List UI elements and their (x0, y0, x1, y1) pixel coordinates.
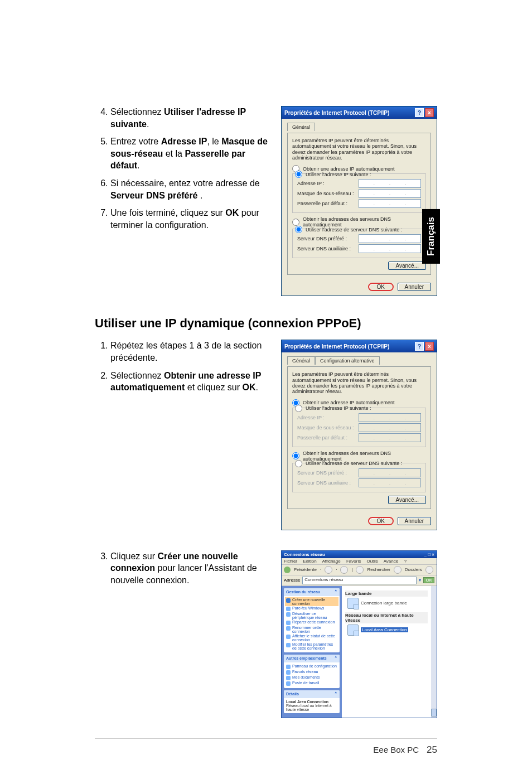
other-my-computer[interactable]: Poste de travail (286, 681, 337, 686)
forward-icon[interactable] (325, 566, 332, 574)
chevron-up-icon[interactable]: ˄ (335, 656, 337, 661)
radio-use-ip[interactable] (295, 171, 302, 178)
close-icon[interactable]: × (425, 342, 434, 351)
wizard-icon (286, 598, 291, 603)
documents-icon (286, 676, 291, 680)
computer-icon (286, 681, 291, 686)
repair-icon (286, 621, 291, 625)
shield-icon (286, 607, 291, 611)
folders-icon[interactable] (394, 566, 402, 574)
dropdown-icon[interactable]: ▾ (419, 578, 421, 583)
window-titlebar[interactable]: Connexions réseau _ □ × (282, 551, 437, 558)
menubar[interactable]: Fichier Edition Affichage Favoris Outils… (282, 558, 437, 565)
help-icon[interactable]: ? (415, 342, 424, 351)
menu-help[interactable]: ? (404, 559, 406, 564)
scrollbar[interactable] (431, 586, 437, 718)
dialog-titlebar[interactable]: Propriétés de Internet Protocol (TCP/IP)… (282, 107, 437, 119)
cancel-button[interactable]: Annuler (398, 517, 431, 525)
menu-tools[interactable]: Outils (366, 559, 378, 564)
up-icon[interactable] (340, 566, 348, 574)
addressbar-input[interactable]: Connexions réseau (302, 577, 417, 584)
ok-button[interactable]: OK (368, 517, 394, 525)
input-dns1[interactable]: ... (359, 234, 421, 243)
views-icon[interactable] (425, 566, 433, 574)
input-dns2[interactable]: ... (359, 244, 421, 253)
label-ip: Adresse IP : (297, 415, 325, 420)
minimize-icon[interactable]: _ (424, 552, 427, 557)
help-icon[interactable]: ? (415, 108, 424, 117)
task-repair[interactable]: Réparer cette connexion (286, 620, 337, 625)
other-network-places[interactable]: Favoris réseau (286, 670, 337, 675)
ok-button[interactable]: OK (368, 283, 394, 291)
input-ip[interactable]: ... (359, 179, 421, 188)
details-desc: Réseau local ou Internet à haute vitesse (286, 704, 337, 711)
menu-edit[interactable]: Edition (303, 559, 316, 564)
other-my-documents[interactable]: Mes documents (286, 675, 337, 680)
back-icon[interactable] (284, 567, 291, 573)
back-label[interactable]: Précédente (294, 567, 317, 572)
task-firewall[interactable]: Pare-feu Windows (286, 606, 337, 611)
label-mask: Masque de sous-réseau : (297, 425, 354, 430)
status-icon (286, 635, 291, 639)
close-icon[interactable]: × (432, 552, 434, 557)
task-rename[interactable]: Renommer cette connexion (286, 626, 337, 633)
connection-label: Local Area Connection (361, 627, 408, 632)
search-label[interactable]: Rechercher (367, 567, 390, 572)
task-disable[interactable]: Désactiver ce périphérique réseau (286, 612, 337, 619)
chevron-up-icon[interactable]: ˄ (335, 589, 337, 595)
task-label: Créer une nouvelle connexion (292, 598, 337, 606)
footer-product: Eee Box PC (373, 745, 419, 754)
menu-file[interactable]: Fichier (284, 559, 297, 564)
other-control-panel[interactable]: Panneau de configuration (286, 664, 337, 669)
connections-main-pane: Large bande Connexion large bande Réseau… (342, 586, 431, 718)
category-broadband: Large bande (345, 590, 428, 597)
cancel-button[interactable]: Annuler (398, 283, 431, 291)
step-6: Si nécessaire, entez votre adresse de Se… (110, 177, 269, 201)
input-mask[interactable]: ... (359, 189, 421, 198)
task-label: Pare-feu Windows (292, 606, 324, 610)
advanced-button[interactable]: Avancé... (388, 496, 426, 504)
menu-view[interactable]: Affichage (322, 559, 341, 564)
radio-use-dns[interactable] (295, 226, 302, 233)
menu-favorites[interactable]: Favoris (346, 559, 361, 564)
tab-general[interactable]: Général (287, 356, 315, 365)
t: Si nécessaire, entez votre adresse de (110, 178, 260, 188)
go-button[interactable]: OK (423, 577, 434, 583)
step-5: Entrez votre Adresse IP, le Masque de so… (110, 135, 269, 172)
input-gateway[interactable]: ... (359, 199, 421, 208)
task-status[interactable]: Afficher le statut de cette connexion (286, 634, 337, 642)
task-create-connection[interactable]: Créer une nouvelle connexion (285, 597, 338, 606)
menu-advanced[interactable]: Avancé (384, 559, 399, 564)
input-mask: ... (359, 423, 421, 432)
radio-use-ip[interactable] (295, 405, 302, 412)
t: . (198, 191, 203, 200)
connection-item-lan[interactable]: Local Area Connection (347, 625, 428, 636)
radio-use-dns[interactable] (295, 460, 302, 467)
t: et cliquez sur (185, 383, 242, 392)
step-4-pre: Sélectionnez (110, 107, 164, 117)
addressbar-label: Adresse (284, 578, 300, 583)
label-use-ip: Utiliser l'adresse IP suivante : (306, 405, 371, 411)
radio-auto-dns[interactable] (292, 452, 299, 459)
page-footer: Eee Box PC 25 (95, 738, 437, 756)
search-icon[interactable] (356, 566, 364, 574)
tcpip-dialog-1: Propriétés de Internet Protocol (TCP/IP)… (281, 106, 437, 296)
taskbox-header[interactable]: Autres emplacements (286, 656, 327, 660)
advanced-button[interactable]: Avancé... (388, 262, 426, 270)
label-use-dns: Utiliser l'adresse de serveur DNS suivan… (306, 461, 402, 466)
taskbox-header[interactable]: Gestion du réseau (286, 590, 320, 594)
t: et la (163, 149, 185, 158)
tab-alt-config[interactable]: Configuration alternative (315, 356, 380, 365)
taskbox-header[interactable]: Détails (286, 692, 299, 696)
network-connections-window: Connexions réseau _ □ × Fichier Edition … (281, 550, 437, 718)
task-settings[interactable]: Modifier les paramètres de cette connexi… (286, 642, 337, 650)
tab-general[interactable]: Général (287, 123, 315, 131)
radio-auto-dns[interactable] (292, 219, 299, 226)
scrollbar-thumb[interactable] (431, 709, 437, 717)
maximize-icon[interactable]: □ (428, 552, 431, 557)
dialog-titlebar[interactable]: Propriétés de Internet Protocol (TCP/IP)… (282, 340, 437, 352)
folders-label[interactable]: Dossiers (405, 567, 422, 572)
connection-item-broadband[interactable]: Connexion large bande (347, 598, 428, 609)
close-icon[interactable]: × (425, 108, 434, 117)
chevron-up-icon[interactable]: ˄ (335, 691, 337, 697)
